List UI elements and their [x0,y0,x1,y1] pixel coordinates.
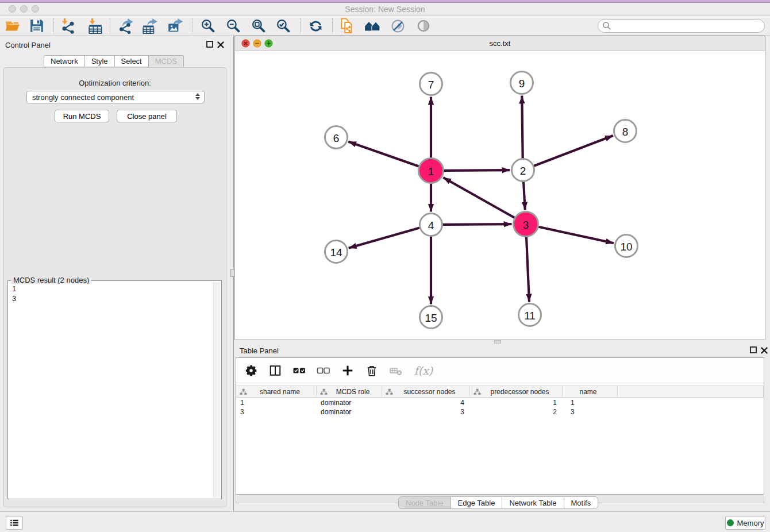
tab-motifs[interactable]: Motifs [564,496,599,509]
graph-edge-1-2[interactable] [444,170,510,171]
column-layout-icon[interactable] [267,363,283,379]
hide-graphics-details-icon[interactable] [389,17,406,34]
export-network-icon[interactable] [117,17,134,34]
table-settings-icon[interactable] [243,363,259,379]
close-panel-icon[interactable] [760,346,768,354]
graph-edge-2-3[interactable] [523,182,525,210]
column-header-mcds-role[interactable]: MCDS role [317,386,382,397]
graph-node-11[interactable]: 11 [519,304,541,326]
select-stepper-icon [195,93,200,100]
mcds-result-text[interactable]: 1 3 [9,284,213,498]
column-header-shared-name[interactable]: shared name [236,386,317,397]
tab-network[interactable]: Network [44,55,85,67]
cell-shared-name[interactable]: 1 [236,398,317,407]
select-all-icon[interactable] [291,363,307,379]
column-header-name[interactable]: name [563,386,618,397]
graph-node-1[interactable]: 1 [419,159,444,183]
graph-node-9[interactable]: 9 [511,72,533,94]
cell-mcds-role[interactable]: dominator [317,398,382,407]
result-scrollbar[interactable] [213,282,220,498]
mcds-result-box: MCDS result (2 nodes) 1 3 [7,280,222,499]
control-panel-tabs: Network Style Select MCDS [44,55,184,67]
graph-node-6[interactable]: 6 [325,126,348,149]
table-header-row: shared name MCDS role successor nodes pr… [236,385,764,398]
bird-eye-view-icon[interactable] [415,17,432,34]
graph-edge-1-6[interactable] [348,142,419,167]
tab-select[interactable]: Select [114,55,149,67]
cell-predecessor-nodes[interactable]: 2 [470,407,563,417]
graph-edge-2-8[interactable] [534,136,613,166]
import-network-icon[interactable] [59,17,76,34]
cell-name[interactable]: 1 [563,398,618,407]
graph-edge-3-1[interactable] [443,178,514,218]
graph-node-label: 11 [524,310,536,322]
cell-successor-nodes[interactable]: 4 [382,398,470,407]
table-row[interactable]: 1 dominator 4 1 1 [236,398,764,407]
cell-name[interactable]: 3 [563,407,618,417]
run-mcds-button[interactable]: Run MCDS [55,110,109,122]
graph-edge-4-14[interactable] [349,228,420,248]
tab-style[interactable]: Style [84,55,115,67]
tab-node-table[interactable]: Node Table [398,496,451,509]
graph-node-label: 7 [428,79,434,91]
graph-node-8[interactable]: 8 [614,120,637,142]
float-panel-icon[interactable] [749,346,757,354]
table-panel: Table Panel [234,344,765,511]
cell-shared-name[interactable]: 3 [236,407,317,417]
float-panel-icon[interactable] [206,40,214,48]
refresh-icon[interactable] [307,17,324,34]
graph-node-4[interactable]: 4 [420,214,442,236]
vertical-splitter[interactable] [230,36,234,511]
graph-node-label: 6 [333,132,340,144]
export-table-icon[interactable] [141,17,159,34]
toolbar-separator [332,18,333,33]
criterion-select[interactable]: strongly connected component [26,91,205,103]
cell-successor-nodes[interactable]: 3 [382,407,470,417]
graph-node-label: 4 [428,219,434,232]
apply-function-icon: f(x) [412,363,435,379]
export-image-icon[interactable] [167,17,184,34]
zoom-in-icon[interactable] [199,17,217,34]
graph-node-14[interactable]: 14 [325,241,348,263]
cell-predecessor-nodes[interactable]: 1 [470,398,563,407]
graph-node-7[interactable]: 7 [420,73,442,95]
tab-edge-table[interactable]: Edge Table [451,496,503,509]
save-session-icon[interactable] [28,17,45,34]
close-panel-button[interactable]: Close panel [117,110,177,122]
graph-node-2[interactable]: 2 [512,159,534,182]
column-header-successor-nodes[interactable]: successor nodes [382,386,470,397]
toolbar-separator [53,18,54,33]
zoom-out-icon[interactable] [225,17,242,34]
graph-edge-3-10[interactable] [538,227,614,243]
graph-edge-2-9[interactable] [522,96,522,159]
network-from-file-icon[interactable] [338,17,356,34]
deselect-all-icon[interactable] [315,363,332,379]
graph-node-10[interactable]: 10 [615,235,638,257]
open-session-icon[interactable] [4,17,21,34]
network-canvas[interactable]: 7968124314101511 [235,51,765,340]
search-input[interactable] [611,21,764,31]
table-row[interactable]: 3 dominator 3 2 3 [236,407,764,417]
memory-status-icon [727,519,734,526]
graph-node-label: 3 [523,219,529,231]
home-icon[interactable] [364,17,381,34]
zoom-selected-icon[interactable] [275,17,292,34]
cell-mcds-role[interactable]: dominator [317,407,382,417]
zoom-fit-icon[interactable] [250,17,267,34]
graph-edge-4-3[interactable] [443,224,512,225]
control-panel-header: Control Panel [0,36,230,54]
tab-mcds[interactable]: MCDS [148,55,184,67]
tab-network-table[interactable]: Network Table [502,496,564,509]
add-column-icon[interactable] [340,363,356,379]
main-toolbar [0,16,770,36]
column-header-predecessor-nodes[interactable]: predecessor nodes [470,386,563,397]
graph-edge-3-11[interactable] [526,237,529,302]
delete-column-icon[interactable] [364,363,380,379]
result-line: 1 [12,284,213,294]
memory-button[interactable]: Memory [725,516,765,530]
import-table-icon[interactable] [87,17,104,34]
graph-node-3[interactable]: 3 [514,212,538,237]
close-panel-icon[interactable] [216,40,225,49]
task-history-icon[interactable] [6,516,23,530]
graph-node-15[interactable]: 15 [420,306,442,329]
